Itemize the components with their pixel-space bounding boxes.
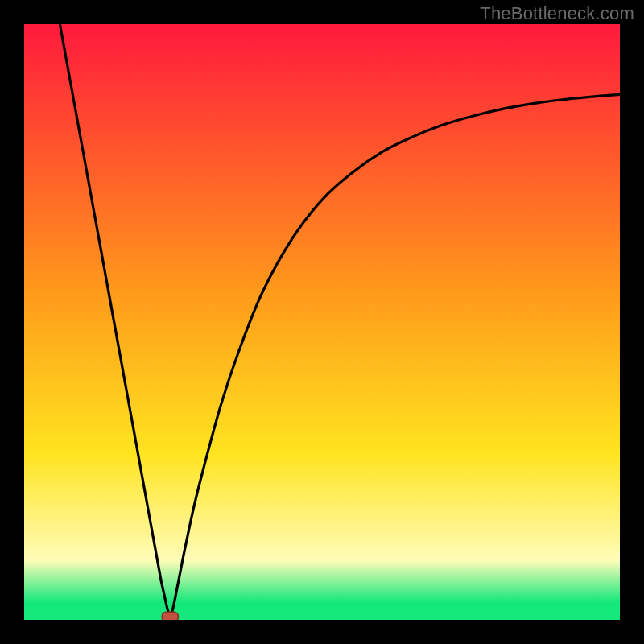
chart-frame: TheBottleneck.com xyxy=(0,0,644,644)
watermark-text: TheBottleneck.com xyxy=(480,3,634,24)
marker-optimal-point xyxy=(162,612,178,620)
bottleneck-curve-chart xyxy=(24,24,620,620)
